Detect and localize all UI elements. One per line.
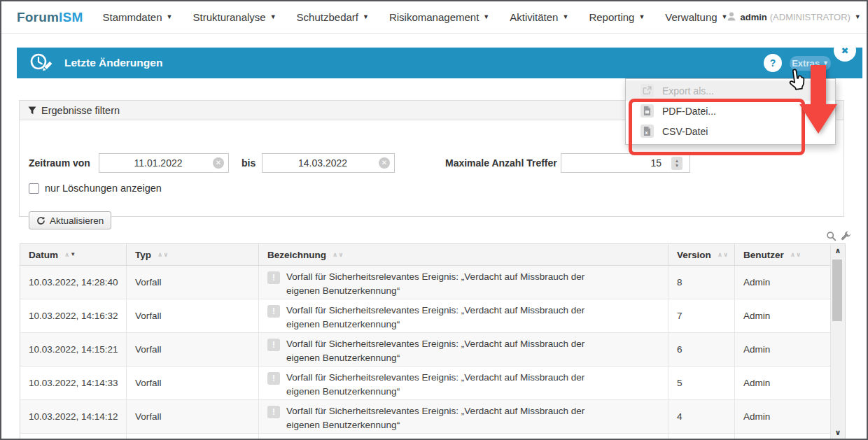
sort-icons: ∧∨ [332, 252, 344, 258]
sort-icons: ∧∨ [790, 252, 802, 258]
date-from-label: Zeitraum von [29, 153, 90, 173]
cell-bezeichnung: ! Vorfall für Sicherheitsrelevantes Erei… [259, 299, 668, 332]
table-row[interactable]: 10.03.2022, 14:15:21 Vorfall ! Vorfall f… [20, 333, 845, 367]
incident-icon: ! [267, 406, 280, 418]
table-row-partial[interactable]: ! [20, 434, 845, 440]
scroll-down-icon[interactable]: ∨ [831, 428, 845, 437]
max-hits-input[interactable]: 15 ▲▼ [561, 153, 690, 173]
number-spinner[interactable]: ▲▼ [671, 157, 682, 170]
table-settings-wrench-icon[interactable] [841, 231, 851, 241]
chevron-down-icon: ▼ [855, 14, 861, 20]
close-button[interactable]: ✖ [834, 39, 856, 62]
table-row[interactable]: 10.03.2022, 14:28:40 Vorfall ! Vorfall f… [20, 266, 845, 299]
vertical-scrollbar[interactable]: ∧ ∨ [830, 244, 845, 439]
refresh-button[interactable]: Aktualisieren [29, 211, 111, 229]
navbar-right: admin (ADMINISTRATOR) ▼ [727, 5, 868, 30]
chevron-down-icon: ▼ [638, 14, 645, 20]
table-row[interactable]: 10.03.2022, 14:16:32 Vorfall ! Vorfall f… [20, 299, 845, 333]
table-toolbar [826, 231, 851, 241]
table-row[interactable]: 10.03.2022, 14:14:12 Vorfall ! Vorfall f… [20, 400, 845, 434]
cell-benutzer: Admin [735, 266, 832, 299]
only-deletions-checkbox[interactable] [29, 183, 39, 194]
menu-schutzbedarf[interactable]: Schutzbedarf▼ [297, 11, 369, 23]
chevron-down-icon: ▼ [167, 14, 173, 20]
main-menu: Stammdaten▼ Strukturanalyse▼ Schutzbedar… [103, 11, 728, 23]
column-header-version[interactable]: Version ∧∨ [668, 244, 735, 265]
cell-benutzer: Admin [735, 367, 832, 399]
cell-datum: 10.03.2022, 14:16:32 [20, 299, 127, 332]
user-role: (ADMINISTRATOR) [770, 12, 850, 22]
svg-text:x: x [645, 130, 648, 136]
user-menu[interactable]: admin (ADMINISTRATOR) ▼ [727, 12, 860, 23]
cell-datum: 10.03.2022, 14:14:12 [20, 400, 127, 433]
max-hits-label: Maximale Anzahl Treffer [445, 153, 557, 173]
filter-icon [28, 106, 36, 115]
menu-item-pdf-datei[interactable]: PDF-Datei... [626, 101, 835, 121]
close-icon: ✖ [841, 45, 849, 56]
clock-pencil-icon [28, 51, 56, 75]
menu-strukturanalyse[interactable]: Strukturanalyse▼ [192, 11, 276, 23]
cell-version: 8 [668, 266, 735, 299]
chevron-down-icon: ▼ [483, 14, 489, 20]
menu-stammdaten[interactable]: Stammdaten▼ [103, 11, 173, 23]
spinner-down-icon: ▼ [675, 164, 679, 169]
cell-bezeichnung: ! Vorfall für Sicherheitsrelevantes Erei… [259, 333, 668, 366]
cell-version: 5 [668, 367, 735, 399]
incident-icon: ! [267, 372, 280, 385]
menu-risikomanagement[interactable]: Risikomanagement▼ [389, 11, 489, 23]
date-from-input[interactable] [99, 153, 229, 173]
table-row[interactable]: 10.03.2022, 14:14:33 Vorfall ! Vorfall f… [20, 367, 845, 400]
cell-datum: 10.03.2022, 14:15:21 [20, 333, 127, 366]
column-header-datum[interactable]: Datum ∧▼ [20, 244, 127, 265]
extras-dropdown-menu: Export als... PDF-Datei... x CSV-Datei [625, 78, 836, 145]
max-hits-value: 15 [650, 157, 662, 169]
clear-date-from-icon[interactable]: ✕ [213, 157, 224, 169]
incident-icon: ! [267, 305, 280, 318]
column-header-typ[interactable]: Typ ∧∨ [127, 244, 259, 265]
column-header-bezeichnung[interactable]: Bezeichnung ∧∨ [259, 244, 668, 265]
column-header-benutzer[interactable]: Benutzer ∧∨ [735, 244, 818, 265]
menu-verwaltung[interactable]: Verwaltung▼ [665, 11, 727, 23]
cell-typ: Vorfall [127, 333, 259, 366]
table-search-icon[interactable] [826, 231, 836, 241]
top-navbar: ForumISM Stammdaten▼ Strukturanalyse▼ Sc… [1, 1, 867, 34]
panel-header: Letzte Änderungen ? Extras▼ [17, 48, 862, 78]
menu-item-csv-datei[interactable]: x CSV-Datei [626, 121, 835, 141]
only-deletions-row: nur Löschungen anzeigen [29, 183, 162, 194]
chevron-down-icon: ▼ [822, 60, 829, 66]
only-deletions-label: nur Löschungen anzeigen [45, 183, 162, 194]
incident-icon: ! [267, 271, 280, 284]
date-to-input[interactable] [262, 153, 395, 173]
menu-reporting[interactable]: Reporting▼ [589, 11, 645, 23]
cell-version: 7 [668, 299, 735, 332]
cell-version: 4 [668, 400, 735, 433]
logo-part2: ISM [59, 10, 83, 24]
cell-typ: Vorfall [127, 367, 259, 399]
logo-part1: Forum [17, 10, 59, 24]
user-icon [727, 12, 736, 23]
app-logo[interactable]: ForumISM [17, 10, 83, 25]
cell-bezeichnung: ! Vorfall für Sicherheitsrelevantes Erei… [259, 367, 668, 399]
cell-bezeichnung: ! Vorfall für Sicherheitsrelevantes Erei… [259, 266, 668, 299]
menu-aktivitaeten[interactable]: Aktivitäten▼ [510, 11, 568, 23]
panel-title: Letzte Änderungen [64, 57, 162, 69]
scrollbar-thumb[interactable] [832, 260, 842, 321]
incident-icon: ! [267, 339, 280, 351]
date-to-label: bis [241, 153, 255, 173]
clear-date-to-icon[interactable]: ✕ [379, 157, 390, 169]
export-icon [640, 84, 654, 97]
app-window: ForumISM Stammdaten▼ Strukturanalyse▼ Sc… [0, 0, 868, 440]
cell-datum: 10.03.2022, 14:28:40 [20, 266, 127, 299]
cell-datum: 10.03.2022, 14:14:33 [20, 367, 127, 399]
cell-typ: Vorfall [127, 299, 259, 332]
sort-icons: ∧∨ [158, 252, 169, 258]
cell-benutzer: Admin [735, 400, 832, 433]
sort-icons: ∧∨ [718, 252, 729, 258]
help-button[interactable]: ? [764, 54, 782, 72]
cell-benutzer: Admin [735, 299, 832, 332]
table-header-row: Datum ∧▼ Typ ∧∨ Bezeichnung ∧∨ Version ∧… [20, 244, 845, 266]
scroll-up-icon[interactable]: ∧ [831, 246, 845, 255]
cell-typ: Vorfall [127, 266, 259, 299]
extras-button[interactable]: Extras▼ [790, 56, 831, 71]
refresh-icon [36, 216, 46, 225]
